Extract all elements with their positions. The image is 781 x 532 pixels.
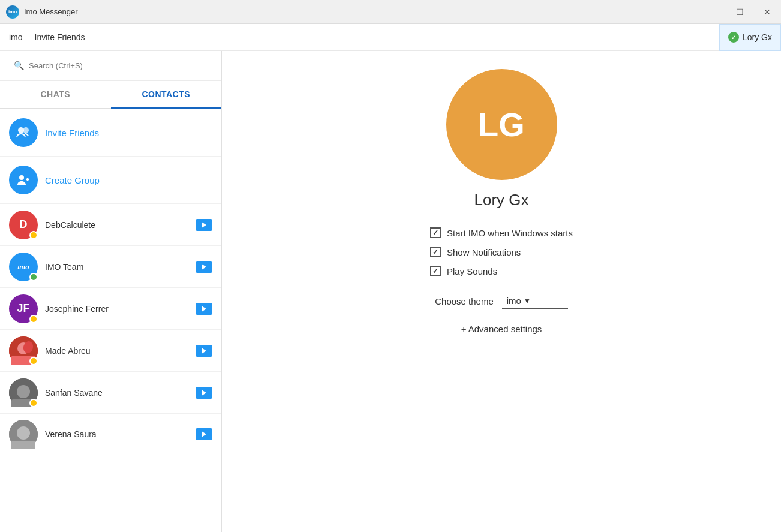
contact-name: Verena Saura xyxy=(45,429,97,439)
play-sounds-label: Play Sounds xyxy=(447,266,497,276)
menubar-items: imo Invite Friends xyxy=(9,32,85,42)
theme-row: Choose theme imo ▼ xyxy=(435,293,568,309)
profile-initials: LG xyxy=(478,105,525,144)
online-indicator xyxy=(29,273,38,281)
contact-item[interactable]: D DebCalculete xyxy=(0,204,221,246)
invite-friends-icon xyxy=(9,118,38,147)
invite-friends-label: Invite Friends xyxy=(45,128,99,138)
contact-info: IMO Team xyxy=(45,262,196,272)
titlebar: imo Imo Messenger — ☐ ✕ xyxy=(0,0,781,24)
online-indicator xyxy=(29,399,38,407)
online-indicator xyxy=(29,231,38,239)
online-status-icon xyxy=(728,32,739,43)
app-logo-icon: imo xyxy=(6,5,19,19)
contacts-list: Invite Friends Create Group D xyxy=(0,109,221,532)
video-call-icon[interactable] xyxy=(196,345,212,357)
contact-info: Made Abreu xyxy=(45,345,196,356)
search-input[interactable] xyxy=(29,61,208,70)
profile-name: Lory Gx xyxy=(474,191,528,209)
minimize-button[interactable]: — xyxy=(698,0,726,24)
settings-section: Start IMO when Windows starts Show Notif… xyxy=(430,227,573,276)
svg-point-2 xyxy=(19,175,24,180)
svg-point-13 xyxy=(17,426,30,440)
theme-dropdown[interactable]: imo ▼ xyxy=(502,293,568,309)
contact-item[interactable]: Sanfan Savane xyxy=(0,372,221,414)
show-notifications-checkbox[interactable] xyxy=(430,247,441,257)
svg-point-1 xyxy=(23,127,29,133)
window-controls: — ☐ ✕ xyxy=(698,0,781,24)
contact-info: Verena Saura xyxy=(45,429,196,440)
online-indicator xyxy=(29,315,38,323)
menu-invite-friends[interactable]: Invite Friends xyxy=(35,32,85,42)
contact-name: DebCalculete xyxy=(45,220,95,230)
tabs: CHATS CONTACTS xyxy=(0,81,221,109)
invite-friends-item[interactable]: Invite Friends xyxy=(0,109,221,157)
chevron-down-icon: ▼ xyxy=(524,297,531,305)
create-group-icon xyxy=(9,166,38,194)
contact-item[interactable]: Made Abreu xyxy=(0,330,221,372)
start-imo-checkbox[interactable] xyxy=(430,227,441,238)
svg-point-10 xyxy=(17,385,30,398)
video-call-icon[interactable] xyxy=(196,428,212,440)
contact-info: Josephine Ferrer xyxy=(45,303,196,314)
close-button[interactable]: ✕ xyxy=(753,0,781,24)
titlebar-left: imo Imo Messenger xyxy=(6,5,78,19)
menu-imo[interactable]: imo xyxy=(9,32,23,42)
checkbox-row-notifications: Show Notifications xyxy=(430,247,521,257)
contact-name: Josephine Ferrer xyxy=(45,304,109,314)
theme-value: imo xyxy=(507,296,521,306)
contact-item[interactable]: imo IMO Team xyxy=(0,246,221,288)
create-group-item[interactable]: Create Group xyxy=(0,157,221,204)
avatar: JF xyxy=(9,294,38,323)
show-notifications-label: Show Notifications xyxy=(447,247,521,257)
user-badge[interactable]: Lory Gx xyxy=(719,24,781,51)
video-call-icon[interactable] xyxy=(196,303,212,315)
checkbox-row-sounds: Play Sounds xyxy=(430,266,497,276)
avatar xyxy=(9,336,38,365)
svg-rect-14 xyxy=(11,441,35,449)
contact-info: Sanfan Savane xyxy=(45,387,196,398)
tab-chats[interactable]: CHATS xyxy=(0,81,111,108)
online-indicator xyxy=(29,357,38,365)
main-content: 🔍 CHATS CONTACTS Invite xyxy=(0,51,781,532)
sidebar: 🔍 CHATS CONTACTS Invite xyxy=(0,51,222,532)
contact-name: Made Abreu xyxy=(45,346,91,356)
contact-item[interactable]: Verena Saura xyxy=(0,414,221,455)
search-box: 🔍 xyxy=(0,51,221,81)
user-name: Lory Gx xyxy=(743,32,772,42)
app-title: Imo Messenger xyxy=(24,7,78,16)
search-icon: 🔍 xyxy=(14,61,24,70)
profile-avatar: LG xyxy=(446,69,557,180)
contact-item[interactable]: JF Josephine Ferrer xyxy=(0,288,221,330)
start-imo-label: Start IMO when Windows starts xyxy=(447,228,573,238)
search-inner: 🔍 xyxy=(9,58,212,73)
avatar: D xyxy=(9,211,38,239)
tab-contacts[interactable]: CONTACTS xyxy=(111,81,222,109)
menubar: imo Invite Friends Lory Gx xyxy=(0,24,781,51)
avatar xyxy=(9,378,38,407)
checkbox-row-start-imo: Start IMO when Windows starts xyxy=(430,227,573,238)
create-group-label: Create Group xyxy=(45,175,100,185)
contact-info: DebCalculete xyxy=(45,220,196,230)
theme-label: Choose theme xyxy=(435,296,494,306)
video-call-icon[interactable] xyxy=(196,387,212,399)
avatar-initials xyxy=(9,420,38,449)
play-sounds-checkbox[interactable] xyxy=(430,266,441,276)
video-call-icon[interactable] xyxy=(196,219,212,231)
maximize-button[interactable]: ☐ xyxy=(726,0,753,24)
right-panel: LG Lory Gx Start IMO when Windows starts… xyxy=(222,51,781,532)
contact-name: Sanfan Savane xyxy=(45,388,103,398)
avatar: imo xyxy=(9,253,38,281)
contact-name: IMO Team xyxy=(45,262,83,272)
video-call-icon[interactable] xyxy=(196,261,212,273)
advanced-settings-link[interactable]: + Advanced settings xyxy=(461,324,542,334)
avatar xyxy=(9,420,38,449)
